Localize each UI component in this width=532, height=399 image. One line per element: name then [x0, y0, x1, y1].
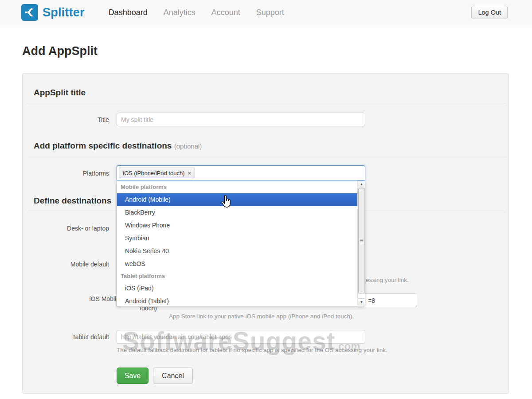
selected-platform-tag: iOS (iPhone/iPod touch) × [119, 168, 195, 178]
splitter-app-page: Splitter Dashboard Analytics Account Sup… [0, 0, 532, 399]
save-button[interactable]: Save [117, 368, 149, 384]
nav-item-account[interactable]: Account [206, 8, 246, 17]
section-heading-platform-destinations: Add platform specific destinations (opti… [34, 141, 202, 151]
dropdown-option-windows-phone[interactable]: Windows Phone [117, 219, 358, 232]
section-heading-define-destinations: Define destinations [34, 196, 111, 206]
brand-name: Splitter [43, 6, 85, 20]
brand-logo[interactable]: Splitter [21, 4, 85, 21]
platforms-multiselect-input[interactable]: iOS (iPhone/iPod touch) × [117, 165, 365, 180]
dropdown-group-tablet-platforms: Tablet platforms [117, 270, 358, 282]
section-heading-appsplit-title: AppSplit title [34, 88, 86, 98]
scrollbar-down-arrow-icon[interactable]: ▼ [358, 298, 365, 305]
add-appsplit-form-card: AppSplit title Title Add platform specif… [22, 73, 509, 394]
scrollbar-up-arrow-icon[interactable]: ▲ [358, 180, 365, 188]
tablet-default-input[interactable] [117, 330, 365, 344]
title-input[interactable] [117, 113, 365, 126]
dropdown-option-nokia-series-40[interactable]: Nokia Series 40 [117, 245, 358, 258]
scrollbar-grip-icon [360, 239, 363, 243]
ios-mobile-helper: App Store link to your native iOS mobile… [169, 313, 435, 320]
splitter-logo-icon [21, 4, 38, 21]
dropdown-option-blackberry[interactable]: BlackBerry [117, 206, 358, 219]
dropdown-option-android-mobile[interactable]: Android (Mobile) [117, 193, 358, 206]
logout-button[interactable]: Log Out [471, 6, 508, 19]
desktop-label: Desk- or laptop [25, 225, 109, 232]
dropdown-option-symbian[interactable]: Symbian [117, 232, 358, 245]
dropdown-group-mobile-platforms: Mobile platforms [117, 181, 358, 193]
section-divider [27, 157, 506, 157]
scrollbar-thumb[interactable] [358, 188, 365, 293]
dropdown-scrollbar[interactable]: ▲ ▼ [357, 180, 365, 305]
title-label: Title [25, 116, 109, 123]
page-title: Add AppSplit [22, 44, 98, 58]
section-heading-text: Add platform specific destinations [34, 141, 172, 150]
dropdown-option-android-tablet[interactable]: Android (Tablet) [117, 295, 358, 306]
section-divider [27, 103, 506, 103]
nav-item-support[interactable]: Support [251, 8, 289, 17]
platforms-label: Platforms [25, 170, 109, 177]
remove-tag-icon[interactable]: × [188, 170, 191, 176]
selected-platform-tag-label: iOS (iPhone/iPod touch) [123, 170, 184, 176]
tablet-default-helper: The default fallback destination for tab… [117, 347, 445, 353]
mobile-default-label: Mobile default [25, 261, 109, 268]
nav-item-analytics[interactable]: Analytics [158, 8, 201, 17]
platforms-dropdown-list: Mobile platforms Android (Mobile) BlackB… [117, 181, 358, 306]
navbar: Splitter Dashboard Analytics Account Sup… [0, 0, 532, 25]
section-heading-optional: (optional) [174, 142, 202, 150]
platforms-dropdown: Mobile platforms Android (Mobile) BlackB… [117, 180, 365, 306]
tablet-default-label: Tablet default [25, 333, 109, 340]
nav-item-dashboard[interactable]: Dashboard [103, 8, 153, 17]
cancel-button[interactable]: Cancel [153, 368, 193, 384]
dropdown-option-ios-ipad[interactable]: iOS (iPad) [117, 282, 358, 295]
nav-links: Dashboard Analytics Account Support [101, 8, 292, 17]
dropdown-option-webos[interactable]: webOS [117, 258, 358, 270]
